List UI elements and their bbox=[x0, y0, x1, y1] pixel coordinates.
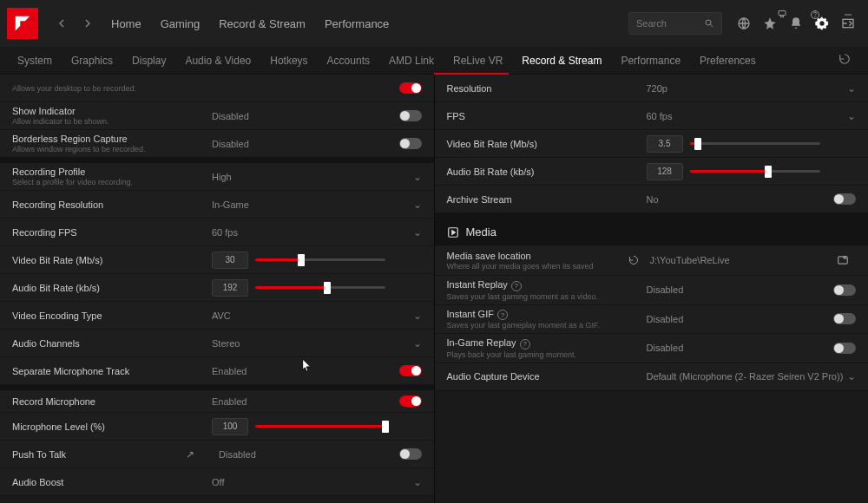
row-stream-audio-bitrate: Audio Bit Rate (kb/s) 128 bbox=[435, 158, 869, 186]
toggle-record-mic[interactable] bbox=[399, 395, 422, 407]
row-recording-fps: Recording FPS 60 fps ⌄ bbox=[0, 219, 434, 246]
media-path: J:\YouTube\ReLive bbox=[650, 255, 730, 265]
chevron-down-icon[interactable]: ⌄ bbox=[413, 199, 422, 211]
reset-icon[interactable] bbox=[838, 53, 851, 68]
row-recording-profile: Recording Profile Select a profile for v… bbox=[0, 158, 434, 191]
mic-level-value[interactable]: 100 bbox=[212, 418, 248, 435]
titlebar: Home Gaming Record & Stream Performance … bbox=[0, 0, 868, 47]
tab-hotkeys[interactable]: Hotkeys bbox=[270, 55, 307, 67]
row-recording-resolution: Recording Resolution In-Game ⌄ bbox=[0, 191, 434, 219]
svg-rect-9 bbox=[838, 257, 848, 264]
row-instant-gif: Instant GIF? Saves your last gameplay mo… bbox=[435, 305, 869, 335]
row-video-encoding: Video Encoding Type AVC ⌄ bbox=[0, 302, 434, 330]
toggle-ptt[interactable] bbox=[399, 448, 422, 460]
row-audio-bitrate: Audio Bit Rate (kb/s) 192 bbox=[0, 274, 434, 302]
play-square-icon bbox=[447, 226, 459, 238]
row-stream-fps: FPS 60 fps ⌄ bbox=[435, 102, 869, 130]
toggle-borderless[interactable] bbox=[399, 138, 422, 149]
chevron-down-icon[interactable]: ⌄ bbox=[847, 370, 856, 382]
row-separate-mic-track: Separate Microphone Track Enabled bbox=[0, 357, 434, 385]
tab-relive-vr[interactable]: ReLive VR bbox=[453, 55, 503, 67]
tab-audio-video[interactable]: Audio & Video bbox=[185, 55, 251, 67]
top-nav: Home Gaming Record & Stream Performance bbox=[111, 17, 389, 30]
toggle-show-indicator[interactable] bbox=[399, 110, 422, 121]
row-ingame-replay: In-Game Replay? Plays back your last gam… bbox=[435, 334, 869, 363]
tab-amd-link[interactable]: AMD Link bbox=[389, 55, 434, 67]
back-icon[interactable] bbox=[52, 14, 71, 33]
open-folder-icon[interactable] bbox=[832, 249, 854, 271]
row-borderless: Borderless Region Capture Allows window … bbox=[0, 130, 434, 158]
stream-vbr-value[interactable]: 3.5 bbox=[647, 135, 683, 153]
toggle-instant-gif[interactable] bbox=[833, 313, 856, 324]
svg-point-2 bbox=[815, 16, 816, 17]
minimize-icon[interactable] bbox=[837, 3, 859, 26]
stream-vbr-slider[interactable] bbox=[690, 139, 820, 149]
tab-system[interactable]: System bbox=[17, 55, 52, 67]
toggle-desktop-recording[interactable] bbox=[399, 82, 422, 94]
row-video-bitrate: Video Bit Rate (Mb/s) 30 bbox=[0, 246, 434, 274]
prize-icon[interactable] bbox=[771, 3, 793, 26]
chevron-down-icon[interactable]: ⌄ bbox=[413, 226, 422, 238]
row-instant-replay: Instant Replay? Saves your last gaming m… bbox=[435, 276, 869, 305]
row-push-to-talk: Push To Talk ↗Disabled bbox=[0, 441, 434, 468]
globe-icon[interactable] bbox=[733, 12, 755, 35]
chevron-down-icon[interactable]: ⌄ bbox=[413, 310, 422, 322]
audio-bitrate-slider[interactable] bbox=[255, 283, 385, 293]
share-icon: ↗ bbox=[186, 448, 194, 461]
info-icon[interactable]: ? bbox=[497, 310, 508, 320]
forward-icon[interactable] bbox=[78, 14, 97, 33]
chevron-down-icon[interactable]: ⌄ bbox=[847, 82, 856, 95]
help-icon[interactable] bbox=[804, 3, 826, 26]
toggle-archive[interactable] bbox=[833, 193, 856, 205]
toggle-ingame-replay[interactable] bbox=[833, 343, 856, 354]
tab-preferences[interactable]: Preferences bbox=[700, 55, 756, 67]
audio-bitrate-value[interactable]: 192 bbox=[212, 279, 248, 297]
undo-icon[interactable] bbox=[622, 249, 645, 271]
video-bitrate-value[interactable]: 30 bbox=[212, 252, 248, 269]
chevron-down-icon[interactable]: ⌄ bbox=[413, 171, 422, 183]
row-mic-level: Microphone Level (%) 100 bbox=[0, 413, 434, 441]
row-record-mic: Record Microphone Enabled bbox=[0, 385, 434, 413]
search-icon bbox=[704, 18, 714, 29]
tab-accounts[interactable]: Accounts bbox=[327, 55, 370, 67]
amd-logo[interactable] bbox=[7, 8, 38, 39]
row-stream-resolution: Resolution 720p ⌄ bbox=[435, 75, 869, 102]
search-input[interactable]: Search bbox=[628, 12, 722, 35]
svg-point-4 bbox=[706, 20, 711, 25]
chevron-down-icon[interactable]: ⌄ bbox=[413, 337, 422, 349]
toggle-instant-replay[interactable] bbox=[833, 284, 856, 296]
mic-level-slider[interactable] bbox=[255, 421, 385, 432]
chevron-down-icon[interactable]: ⌄ bbox=[847, 110, 856, 122]
info-icon[interactable]: ? bbox=[520, 339, 530, 349]
info-icon[interactable]: ? bbox=[511, 281, 522, 291]
toggle-sep-mic[interactable] bbox=[399, 365, 422, 376]
row-show-indicator: Show Indicator Allow indicator to be sho… bbox=[0, 102, 434, 130]
tab-graphics[interactable]: Graphics bbox=[71, 55, 113, 67]
nav-performance[interactable]: Performance bbox=[325, 17, 389, 30]
nav-record-stream[interactable]: Record & Stream bbox=[219, 17, 306, 30]
tab-record-stream[interactable]: Record & Stream bbox=[522, 55, 602, 67]
tab-display[interactable]: Display bbox=[132, 55, 166, 67]
subtabs: System Graphics Display Audio & Video Ho… bbox=[0, 47, 868, 75]
right-panel: Resolution 720p ⌄ FPS 60 fps ⌄ Video Bit… bbox=[435, 75, 869, 503]
stream-abr-value[interactable]: 128 bbox=[647, 163, 683, 180]
search-placeholder: Search bbox=[636, 18, 704, 29]
svg-line-5 bbox=[711, 25, 713, 28]
stream-abr-slider[interactable] bbox=[690, 167, 820, 177]
row-audio-capture-device: Audio Capture Device Default (Microphone… bbox=[435, 363, 869, 391]
row-archive-stream: Archive Stream No bbox=[435, 186, 869, 213]
row-audio-channels: Audio Channels Stereo ⌄ bbox=[0, 330, 434, 357]
row-desktop-recording: Allows your desktop to be recorded. bbox=[0, 75, 434, 102]
row-media-save-location: Media save location Where all your media… bbox=[435, 245, 869, 276]
video-bitrate-slider[interactable] bbox=[255, 255, 385, 265]
svg-rect-0 bbox=[779, 11, 786, 16]
nav-gaming[interactable]: Gaming bbox=[161, 17, 201, 30]
row-stream-video-bitrate: Video Bit Rate (Mb/s) 3.5 bbox=[435, 130, 869, 158]
nav-home[interactable]: Home bbox=[111, 17, 141, 30]
row-audio-boost: Audio Boost Off ⌄ bbox=[0, 468, 434, 496]
tab-performance[interactable]: Performance bbox=[621, 55, 681, 67]
chevron-down-icon[interactable]: ⌄ bbox=[413, 476, 422, 488]
media-section-header: Media bbox=[435, 213, 869, 245]
left-panel: Allows your desktop to be recorded. Show… bbox=[0, 75, 435, 503]
